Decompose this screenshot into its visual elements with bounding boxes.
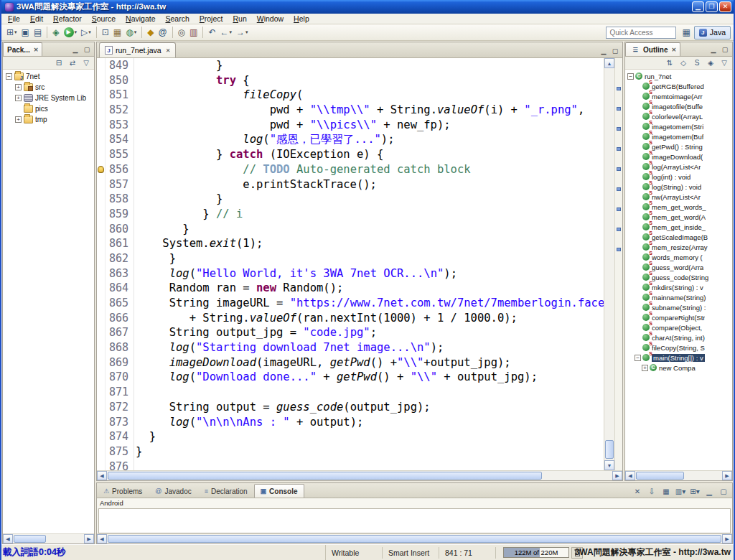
code-line[interactable]: } // i bbox=[136, 207, 604, 222]
code-line[interactable]: String imageURL = "https://www.7net.com.… bbox=[136, 296, 604, 311]
outline-item-mem-get-word-a[interactable]: mem_get_word(A bbox=[625, 212, 732, 222]
outline-item-mem-get-words[interactable]: mem_get_words_ bbox=[625, 202, 732, 212]
code-line[interactable]: String output_jpg = "code.jpg"; bbox=[136, 325, 604, 340]
last-edit-location-button[interactable]: ↶ bbox=[206, 25, 217, 39]
minimize-view-button[interactable]: ▁ bbox=[703, 487, 715, 495]
hide-static-button[interactable]: S bbox=[691, 59, 703, 67]
code-line[interactable]: } bbox=[136, 192, 604, 207]
hscroll-thumb[interactable] bbox=[108, 472, 542, 480]
occurrence-marker[interactable] bbox=[617, 167, 621, 171]
menu-refactor[interactable]: Refactor bbox=[48, 14, 87, 23]
outline-item-log-string-void[interactable]: log(String) : void bbox=[625, 182, 732, 192]
dropdown-arrow-icon[interactable]: ▾ bbox=[88, 29, 91, 35]
outline-item-charat-string-int[interactable]: charAt(String, int) bbox=[625, 332, 732, 342]
outline-item-subname-string[interactable]: subname(String) : bbox=[625, 302, 732, 312]
back-button[interactable]: ←▾ bbox=[217, 25, 234, 39]
minimize-editor-button[interactable]: ▁ bbox=[599, 46, 609, 55]
minimize-view-button[interactable]: ▁ bbox=[70, 45, 80, 54]
outline-item-imagetomem-buf[interactable]: imagetomem(Buf bbox=[625, 131, 732, 141]
scroll-right-arrow[interactable]: ▶ bbox=[612, 471, 622, 480]
javadoc-button[interactable]: @ bbox=[156, 25, 169, 39]
outline-item-mem-get-inside[interactable]: mem_get_inside_ bbox=[625, 222, 732, 232]
code-line[interactable]: pwd + "\\pics\\" + new_fp); bbox=[136, 118, 604, 133]
search-button[interactable]: ◎ bbox=[176, 25, 187, 39]
outline-item-getrgb-buffered[interactable]: getRGB(Buffered bbox=[625, 81, 732, 91]
tree-item-7net[interactable]: −7net bbox=[3, 71, 94, 82]
code-line[interactable]: } bbox=[136, 58, 604, 73]
scroll-left-arrow[interactable]: ◀ bbox=[3, 534, 13, 543]
tree-item-pics[interactable]: pics bbox=[3, 103, 94, 114]
code-line[interactable]: log("感恩，已學習了..."); bbox=[136, 132, 604, 147]
scroll-right-arrow[interactable]: ▶ bbox=[722, 534, 732, 543]
hide-fields-button[interactable]: ◇ bbox=[678, 59, 689, 67]
outline-item-log-int-void[interactable]: log(int) : void bbox=[625, 172, 732, 182]
overview-ruler[interactable] bbox=[614, 58, 622, 470]
code-line[interactable]: String output = guess_code(output_jpg); bbox=[136, 400, 604, 415]
outline-item-imagedownload[interactable]: imageDownload( bbox=[625, 151, 732, 162]
outline-item-words-memory[interactable]: words_memory ( bbox=[625, 252, 732, 262]
code-editor[interactable]: } try { fileCopy( pwd + "\\tmp\\" + Stri… bbox=[134, 58, 604, 470]
new-wizard-button[interactable]: ⊞▾ bbox=[4, 25, 19, 39]
debug-button[interactable]: ◈ bbox=[50, 25, 61, 39]
menu-help[interactable]: Help bbox=[289, 14, 314, 23]
outline-item-memtoimage-arr[interactable]: memtoimage(Arr bbox=[625, 91, 732, 101]
tree-item-jre-system-lib[interactable]: +JRE System Lib bbox=[3, 93, 94, 103]
vscroll-thumb[interactable] bbox=[605, 440, 614, 459]
dropdown-arrow-icon[interactable]: ▾ bbox=[134, 29, 137, 35]
code-line[interactable]: log("Download done..." + getPwd() + "\\"… bbox=[136, 370, 604, 385]
maximize-view-button[interactable]: ▢ bbox=[720, 45, 730, 54]
outline-item-filecopy-string-s[interactable]: fileCopy(String, S bbox=[625, 342, 732, 353]
outline-item-colorlevel-arrayl[interactable]: colorlevel(ArrayL bbox=[625, 111, 732, 121]
code-line[interactable]: imageDownload(imageURL, getPwd() +"\\"+o… bbox=[136, 355, 604, 370]
print-button[interactable]: ▤ bbox=[32, 25, 44, 39]
outline-item-run-7net[interactable]: −run_7net bbox=[625, 71, 732, 81]
new-java-project-button[interactable]: ⊡ bbox=[100, 25, 111, 39]
occurrence-marker[interactable] bbox=[617, 147, 621, 151]
occurrence-marker[interactable] bbox=[617, 87, 621, 90]
quick-access-input[interactable] bbox=[606, 27, 676, 39]
scroll-lock-button[interactable]: ⇩ bbox=[646, 487, 657, 495]
scroll-down-arrow[interactable]: ▼ bbox=[604, 460, 614, 470]
dropdown-arrow-icon[interactable]: ▾ bbox=[229, 29, 232, 35]
expander-icon[interactable]: + bbox=[15, 95, 22, 101]
occurrence-marker[interactable] bbox=[617, 127, 621, 131]
code-line[interactable]: pwd + "\\tmp\\" + String.valueOf(i) + "_… bbox=[136, 103, 604, 118]
code-line[interactable]: } bbox=[136, 222, 604, 237]
menu-window[interactable]: Window bbox=[252, 14, 289, 23]
occurrence-marker[interactable] bbox=[617, 207, 621, 211]
outline-item-imagetomem-stri[interactable]: imagetomem(Stri bbox=[625, 121, 732, 131]
code-line[interactable]: log("\n\n\nAns : " + output); bbox=[136, 415, 604, 430]
external-tools-button[interactable]: ▷▾ bbox=[79, 25, 93, 39]
console-output[interactable] bbox=[98, 508, 731, 533]
close-icon[interactable]: ✕ bbox=[670, 47, 676, 53]
occurrence-marker[interactable] bbox=[617, 187, 621, 191]
open-perspective-icon[interactable]: ▦ bbox=[680, 27, 691, 37]
menu-file[interactable]: File bbox=[3, 14, 25, 23]
code-line[interactable]: } bbox=[136, 251, 604, 266]
forward-button[interactable]: →▾ bbox=[234, 25, 251, 39]
code-line[interactable]: try { bbox=[136, 73, 604, 88]
editor-tab-run-7net[interactable]: J run_7net.java ✕ bbox=[99, 42, 176, 57]
scroll-right-arrow[interactable]: ▶ bbox=[84, 534, 94, 543]
editor-vscrollbar[interactable]: ▲ ▼ bbox=[604, 58, 614, 470]
outline-item-guess-word-arra[interactable]: guess_word(Arra bbox=[625, 262, 732, 272]
expander-icon[interactable]: − bbox=[635, 355, 641, 361]
jar-export-button[interactable]: ◆ bbox=[145, 25, 156, 39]
collapse-all-button[interactable]: ⊟ bbox=[53, 59, 65, 67]
dropdown-arrow-icon[interactable]: ▾ bbox=[245, 29, 248, 35]
tab-javadoc[interactable]: @Javadoc bbox=[149, 484, 197, 498]
outline-item-getpwd-string[interactable]: getPwd() : String bbox=[625, 141, 732, 151]
maximize-editor-button[interactable]: ▢ bbox=[610, 46, 620, 55]
outline-item-mkdirs-string-v[interactable]: mkdirs(String) : v bbox=[625, 282, 732, 292]
scroll-right-arrow[interactable]: ▶ bbox=[722, 471, 732, 480]
code-line[interactable]: log("Starting download 7net image...\n")… bbox=[136, 340, 604, 355]
outline-item-log-arraylist-ar[interactable]: log(ArrayList<Ar bbox=[625, 162, 732, 172]
minimize-button[interactable]: ▁ bbox=[692, 1, 704, 12]
display-selected-console-button[interactable]: ▥▾ bbox=[675, 487, 686, 495]
close-button[interactable]: ✕ bbox=[719, 1, 731, 12]
open-console-button[interactable]: ⊞▾ bbox=[689, 487, 701, 495]
code-line[interactable] bbox=[136, 459, 604, 470]
maximize-view-button[interactable]: ▢ bbox=[718, 487, 729, 495]
view-menu-button[interactable]: ▽ bbox=[80, 59, 92, 67]
console-hscrollbar[interactable]: ◀ ▶ bbox=[97, 533, 732, 543]
